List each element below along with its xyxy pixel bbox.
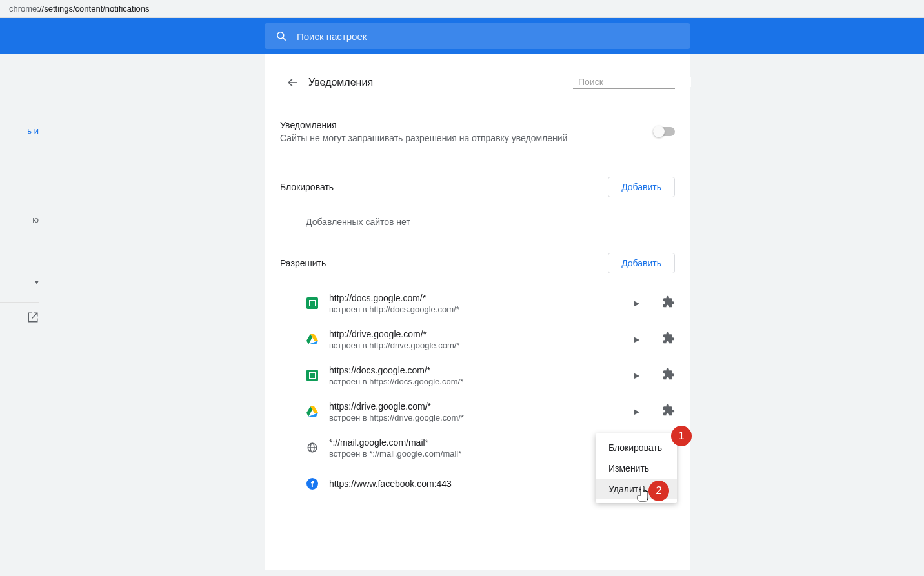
sidebar-caret-icon[interactable]: ▾ xyxy=(0,277,39,286)
menu-block[interactable]: Блокировать xyxy=(596,437,677,458)
sheets-icon xyxy=(306,370,318,381)
svg-point-0 xyxy=(277,32,284,39)
back-button[interactable] xyxy=(280,70,306,95)
site-details-button[interactable]: ▶ xyxy=(630,371,643,380)
settings-search[interactable] xyxy=(265,23,690,49)
extension-icon xyxy=(662,368,675,381)
page-title: Уведомления xyxy=(308,77,373,88)
site-row[interactable]: https://drive.google.com/*встроен в http… xyxy=(280,393,675,430)
drive-icon xyxy=(306,406,318,417)
sheets-icon xyxy=(306,297,318,309)
search-icon xyxy=(275,30,288,43)
site-url: https://docs.google.com/* xyxy=(329,364,630,376)
site-row[interactable]: http://docs.google.com/*встроен в http:/… xyxy=(280,285,675,321)
extension-icon xyxy=(662,332,675,344)
site-sub: встроен в https://docs.google.com/* xyxy=(329,376,630,387)
site-more-button[interactable] xyxy=(662,404,675,419)
menu-edit[interactable]: Изменить xyxy=(596,458,677,479)
site-url: https://www.facebook.com:443 xyxy=(329,478,630,490)
section-search-input[interactable] xyxy=(578,77,691,87)
site-row[interactable]: https://docs.google.com/*встроен в https… xyxy=(280,357,675,393)
block-section-header: Блокировать Добавить xyxy=(280,151,675,203)
allow-section-title: Разрешить xyxy=(280,258,326,268)
divider xyxy=(0,302,39,303)
notifications-toggle-row: Уведомления Сайты не могут запрашивать р… xyxy=(280,101,675,151)
omnibox[interactable]: chrome://settings/content/notifications xyxy=(0,0,924,18)
site-more-button[interactable] xyxy=(662,295,675,311)
allow-section-header: Разрешить Добавить xyxy=(280,227,675,279)
block-section-title: Блокировать xyxy=(280,182,334,192)
toggle-subtitle: Сайты не могут запрашивать разрешения на… xyxy=(280,133,567,143)
site-sub: встроен в https://drive.google.com/* xyxy=(329,412,630,423)
notifications-toggle[interactable] xyxy=(653,126,675,137)
sidebar-fragment-1: ь и xyxy=(0,125,39,137)
site-url: https://drive.google.com/* xyxy=(329,401,630,412)
open-external-icon[interactable] xyxy=(0,312,39,326)
site-row[interactable]: http://drive.google.com/*встроен в http:… xyxy=(280,321,675,357)
facebook-icon: f xyxy=(306,478,318,490)
site-sub: встроен в *://mail.google.com/mail* xyxy=(329,448,630,459)
block-empty-message: Добавленных сайтов нет xyxy=(280,203,675,227)
globe-icon xyxy=(306,442,318,453)
url-rest: ://settings/content/notifications xyxy=(37,4,149,14)
url-prefix: chrome xyxy=(9,4,37,14)
toggle-title: Уведомления xyxy=(280,120,567,130)
settings-header xyxy=(0,18,924,54)
add-block-button[interactable]: Добавить xyxy=(608,177,675,197)
site-details-button[interactable]: ▶ xyxy=(630,335,643,344)
site-more-button[interactable] xyxy=(662,368,675,383)
settings-search-input[interactable] xyxy=(297,31,680,42)
site-sub: встроен в http://drive.google.com/* xyxy=(329,340,630,351)
annotation-badge-1: 1 xyxy=(671,426,692,446)
sidebar-fragment-2: ю xyxy=(0,214,39,226)
extension-icon xyxy=(662,404,675,417)
site-details-button[interactable]: ▶ xyxy=(630,407,643,416)
annotation-badge-2: 2 xyxy=(648,481,669,501)
drive-icon xyxy=(306,334,318,344)
svg-line-1 xyxy=(283,38,286,41)
extension-icon xyxy=(662,295,675,308)
site-sub: встроен в http://docs.google.com/* xyxy=(329,304,630,315)
site-details-button[interactable]: ▶ xyxy=(630,299,643,308)
section-search[interactable] xyxy=(573,77,675,89)
site-url: http://drive.google.com/* xyxy=(329,328,630,340)
site-url: *://mail.google.com/mail* xyxy=(329,437,630,448)
site-more-button[interactable] xyxy=(662,332,675,347)
site-url: http://docs.google.com/* xyxy=(329,292,630,304)
sidebar: ь и ю ▾ xyxy=(0,54,39,570)
add-allow-button[interactable]: Добавить xyxy=(608,253,675,273)
